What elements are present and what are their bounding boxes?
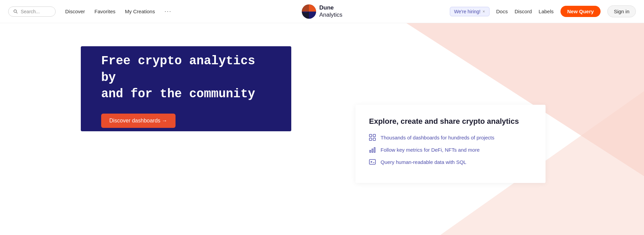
nav-discord[interactable]: Discord bbox=[515, 9, 532, 14]
info-item-metrics: Follow key metrics for DeFi, NFTs and mo… bbox=[369, 146, 532, 153]
discover-dashboards-button[interactable]: Discover dashboards → bbox=[101, 114, 176, 128]
svg-rect-9 bbox=[370, 150, 371, 152]
svg-rect-6 bbox=[373, 134, 375, 137]
svg-point-0 bbox=[14, 10, 17, 12]
info-title: Explore, create and share crypto analyti… bbox=[369, 117, 532, 126]
search-icon bbox=[13, 9, 18, 14]
nav-my-creations[interactable]: My Creations bbox=[125, 9, 155, 14]
dashboard-icon bbox=[369, 134, 376, 141]
search-box[interactable]: Search... bbox=[8, 6, 56, 17]
chart-icon bbox=[369, 146, 376, 153]
sql-icon bbox=[369, 158, 376, 165]
svg-rect-8 bbox=[373, 138, 375, 140]
hiring-close-icon[interactable]: × bbox=[482, 9, 485, 14]
svg-rect-12 bbox=[369, 160, 375, 164]
info-metrics-text: Follow key metrics for DeFi, NFTs and mo… bbox=[381, 147, 480, 153]
signin-button[interactable]: Sign in bbox=[607, 5, 636, 17]
nav-docs[interactable]: Docs bbox=[496, 9, 508, 14]
nav-more-dots[interactable]: ··· bbox=[164, 8, 171, 15]
nav-favorites[interactable]: Favorites bbox=[94, 9, 115, 14]
search-placeholder: Search... bbox=[21, 9, 40, 14]
info-box: Explore, create and share crypto analyti… bbox=[355, 105, 546, 183]
hero-title: Free crypto analytics byand for the comm… bbox=[101, 53, 274, 103]
svg-line-1 bbox=[16, 12, 17, 13]
svg-rect-11 bbox=[374, 148, 375, 152]
svg-rect-5 bbox=[369, 134, 372, 137]
nav-left: Search... Discover Favorites My Creation… bbox=[8, 6, 322, 17]
nav-labels[interactable]: Labels bbox=[539, 9, 554, 14]
logo-sub: Analytics bbox=[319, 12, 342, 18]
svg-rect-10 bbox=[372, 149, 373, 152]
info-dashboards-text: Thousands of dashboards for hundreds of … bbox=[381, 135, 494, 140]
nav-right: We're hiring! × Docs Discord Labels New … bbox=[322, 5, 636, 17]
nav-logo[interactable]: Dune Analytics bbox=[301, 4, 342, 19]
nav-discover[interactable]: Discover bbox=[65, 9, 85, 14]
info-item-sql: Query human-readable data with SQL bbox=[369, 158, 532, 165]
new-query-button[interactable]: New Query bbox=[560, 6, 601, 17]
logo-text: Dune Analytics bbox=[319, 4, 342, 18]
hiring-badge[interactable]: We're hiring! × bbox=[450, 7, 490, 16]
logo-icon bbox=[301, 4, 316, 19]
hero-box: Free crypto analytics byand for the comm… bbox=[81, 46, 291, 131]
svg-rect-7 bbox=[369, 138, 372, 140]
info-item-dashboards: Thousands of dashboards for hundreds of … bbox=[369, 134, 532, 141]
navbar: Search... Discover Favorites My Creation… bbox=[0, 0, 644, 23]
info-sql-text: Query human-readable data with SQL bbox=[381, 159, 466, 165]
hiring-label: We're hiring! bbox=[454, 9, 481, 14]
main-content: Free crypto analytics byand for the comm… bbox=[0, 23, 644, 235]
logo-name: Dune bbox=[319, 4, 342, 11]
